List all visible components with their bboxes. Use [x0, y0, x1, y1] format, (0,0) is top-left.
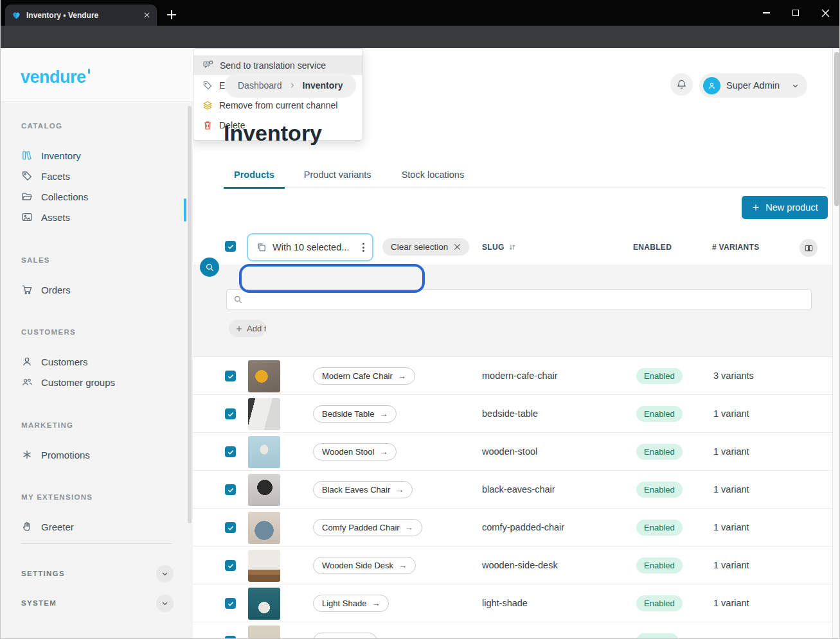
row-checkbox[interactable]: [225, 408, 236, 419]
sidebar-item-promotions[interactable]: Promotions: [21, 444, 180, 465]
tab-products[interactable]: Products: [224, 166, 285, 189]
select-all-checkbox[interactable]: [225, 241, 236, 252]
notifications-button[interactable]: [670, 73, 693, 96]
product-name-link[interactable]: Light Shade→: [313, 595, 389, 612]
variant-count: 1 variant: [713, 446, 749, 457]
column-header-slug[interactable]: SLUG: [482, 243, 517, 252]
ellipsis-vertical-icon: [362, 243, 364, 252]
column-header-variants[interactable]: # VARIANTS: [712, 243, 759, 252]
row-checkbox[interactable]: [225, 371, 236, 381]
sidebar-item-assets[interactable]: Assets: [21, 207, 180, 227]
window-minimize-button[interactable]: [751, 0, 781, 26]
product-thumbnail: [248, 626, 280, 639]
window-maximize-button[interactable]: [781, 0, 810, 26]
section-label-sales: SALES: [21, 256, 180, 269]
status-badge: Enabled: [636, 444, 683, 460]
product-name-link[interactable]: Black Eaves Chair→: [313, 481, 413, 498]
window-close-button[interactable]: [810, 0, 840, 26]
browser-tab[interactable]: Inventory • Vendure: [5, 4, 157, 26]
product-thumbnail: [248, 550, 280, 582]
product-thumbnail: [248, 588, 280, 620]
column-header-enabled[interactable]: ENABLED: [633, 243, 672, 252]
image-icon: [21, 211, 33, 223]
sidebar-divider: [21, 543, 172, 544]
plus-icon: [751, 203, 760, 212]
sidebar-item-greeter[interactable]: Greeter: [21, 516, 180, 537]
product-slug: bedside-table: [482, 408, 538, 419]
clear-selection-button[interactable]: Clear selection: [382, 238, 469, 256]
product-name-link[interactable]: [313, 633, 377, 639]
product-name-link[interactable]: Modern Cafe Chair→: [313, 367, 415, 385]
chevron-down-icon: [791, 82, 800, 90]
with-selected-button[interactable]: With 10 selected...: [247, 233, 373, 261]
status-badge: Enabled: [636, 520, 683, 536]
table-row: Modern Cafe Chair→ modern-cafe-chair Ena…: [193, 357, 832, 395]
user-menu[interactable]: Super Admin: [699, 73, 807, 98]
sidebar-item-collections[interactable]: Collections: [21, 186, 180, 207]
row-checkbox[interactable]: [225, 484, 236, 495]
variant-count: 3 variants: [713, 371, 754, 381]
logo-trademark: [88, 69, 90, 74]
product-name-link[interactable]: Wooden Side Desk→: [313, 557, 416, 574]
breadcrumb-inventory[interactable]: Inventory: [303, 80, 343, 91]
variant-count: 1 variant: [713, 484, 749, 495]
trash-icon: [202, 120, 213, 130]
vendure-logo[interactable]: vendure: [21, 67, 90, 87]
tab-product-variants[interactable]: Product variants: [294, 166, 382, 188]
bell-icon: [676, 79, 687, 90]
page-scrollbar-thumb[interactable]: [834, 52, 839, 206]
menu-item-send-to-translation[interactable]: A Send to translation service: [193, 55, 362, 75]
tab-close-icon[interactable]: [143, 12, 150, 19]
sidebar-item-customer-groups[interactable]: Customer groups: [21, 372, 180, 392]
books-icon: [21, 150, 33, 161]
search-toggle-button[interactable]: [200, 258, 219, 277]
table-row: Black Eaves Chair→ black-eaves-chair Ena…: [193, 471, 832, 509]
search-icon: [233, 295, 243, 304]
sidebar-item-inventory[interactable]: Inventory: [21, 145, 180, 166]
section-system: SYSTEM: [21, 592, 174, 614]
row-checkbox[interactable]: [225, 636, 236, 639]
status-badge: Enabled: [636, 595, 683, 611]
search-input[interactable]: [226, 289, 812, 310]
table-row: Light Shade→ light-shade Enabled 1 varia…: [193, 584, 832, 622]
columns-icon: [804, 243, 814, 253]
section-label-catalog: CATALOG: [21, 122, 180, 135]
column-settings-button[interactable]: [800, 239, 818, 257]
tag-icon: [202, 80, 213, 91]
system-expand-button[interactable]: [156, 595, 174, 612]
row-checkbox[interactable]: [225, 446, 236, 457]
filter-panel: [193, 265, 832, 356]
sidebar-scrollbar[interactable]: [188, 106, 192, 523]
hand-icon: [21, 521, 33, 532]
variant-count: 1 variant: [713, 408, 749, 419]
new-product-button[interactable]: New product: [742, 196, 828, 219]
settings-expand-button[interactable]: [156, 565, 174, 582]
asterisk-icon: [21, 449, 33, 460]
page-scrollbar[interactable]: [832, 48, 840, 639]
breadcrumb-dashboard[interactable]: Dashboard: [238, 80, 282, 91]
sidebar-nav: CATALOG Inventory Facets Collections: [0, 101, 193, 639]
sidebar-item-facets[interactable]: Facets: [21, 166, 180, 186]
plus-icon: [235, 325, 243, 333]
sidebar: vendure CATALOG Inventory Facets Collec: [0, 48, 193, 639]
tab-stock-locations[interactable]: Stock locations: [391, 166, 475, 188]
add-filter-button[interactable]: Add filter: [229, 320, 266, 337]
cart-icon: [21, 284, 33, 295]
new-tab-button[interactable]: [165, 8, 179, 22]
product-name-link[interactable]: Comfy Padded Chair→: [313, 519, 422, 536]
avatar: [703, 77, 720, 94]
row-checkbox[interactable]: [225, 598, 236, 609]
svg-text:A: A: [205, 62, 208, 66]
sidebar-item-orders[interactable]: Orders: [21, 279, 180, 300]
row-checkbox[interactable]: [225, 560, 236, 571]
chevron-right-icon: [289, 82, 296, 89]
status-badge: Enabled: [636, 482, 683, 498]
row-checkbox[interactable]: [225, 522, 236, 533]
arrow-right-icon: →: [398, 371, 406, 381]
menu-item-remove-from-channel[interactable]: Remove from current channel: [193, 95, 362, 115]
section-settings: SETTINGS: [21, 563, 174, 584]
sidebar-item-customers[interactable]: Customers: [21, 351, 180, 372]
tag-icon: [21, 170, 33, 182]
product-name-link[interactable]: Bedside Table→: [313, 405, 397, 423]
product-name-link[interactable]: Wooden Stool→: [313, 443, 397, 460]
